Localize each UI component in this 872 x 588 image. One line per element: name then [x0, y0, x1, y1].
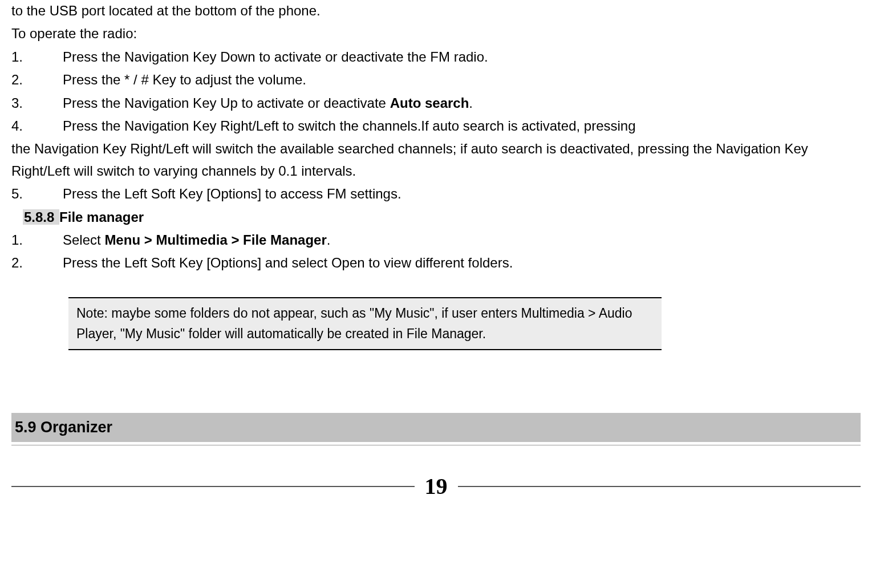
- list-number: 5.: [11, 183, 63, 205]
- list-number: 1.: [11, 229, 63, 251]
- list-number: 1.: [11, 46, 63, 68]
- file-step-1: 1. Select Menu > Multimedia > File Manag…: [11, 229, 861, 251]
- list-text: Press the Left Soft Key [Options] to acc…: [63, 183, 861, 205]
- text-part: Select: [63, 232, 104, 248]
- note-box: Note: maybe some folders do not appear, …: [68, 297, 662, 351]
- footer-line-left: [11, 486, 415, 487]
- list-text: Select Menu > Multimedia > File Manager.: [63, 229, 861, 251]
- footer-line-right: [458, 486, 861, 487]
- list-text: Press the Left Soft Key [Options] and se…: [63, 252, 861, 274]
- radio-step-1: 1. Press the Navigation Key Down to acti…: [11, 46, 861, 68]
- radio-step-3: 3. Press the Navigation Key Up to activa…: [11, 92, 861, 114]
- text-part: Press the Navigation Key Up to activate …: [63, 95, 390, 111]
- list-number: 2.: [11, 252, 63, 274]
- section-header: 5.9 Organizer: [11, 413, 861, 442]
- list-text: Press the Navigation Key Right/Left to s…: [63, 115, 861, 137]
- text-part: .: [469, 95, 473, 111]
- list-number: 3.: [11, 92, 63, 114]
- text-part: .: [327, 232, 331, 248]
- file-step-2: 2. Press the Left Soft Key [Options] and…: [11, 252, 861, 274]
- list-text: Press the Navigation Key Up to activate …: [63, 92, 861, 114]
- list-number: 2.: [11, 69, 63, 91]
- radio-step-4-continuation: the Navigation Key Right/Left will switc…: [11, 138, 861, 182]
- intro-line-1: to the USB port located at the bottom of…: [11, 0, 861, 22]
- list-text: Press the * / # Key to adjust the volume…: [63, 69, 861, 91]
- radio-step-4: 4. Press the Navigation Key Right/Left t…: [11, 115, 861, 137]
- bold-text: Menu > Multimedia > File Manager: [104, 232, 326, 248]
- page-footer: 19: [11, 468, 861, 505]
- intro-line-2: To operate the radio:: [11, 23, 861, 44]
- subsection-title: File manager: [59, 209, 144, 225]
- radio-step-5: 5. Press the Left Soft Key [Options] to …: [11, 183, 861, 205]
- subsection-number: 5.8.8: [23, 209, 59, 225]
- list-number: 4.: [11, 115, 63, 137]
- radio-step-2: 2. Press the * / # Key to adjust the vol…: [11, 69, 861, 91]
- page-number: 19: [425, 468, 448, 505]
- bold-text: Auto search: [390, 95, 469, 111]
- footer-overline: [11, 445, 861, 445]
- subsection-heading: 5.8.8 File manager: [23, 206, 861, 228]
- list-text: Press the Navigation Key Down to activat…: [63, 46, 861, 68]
